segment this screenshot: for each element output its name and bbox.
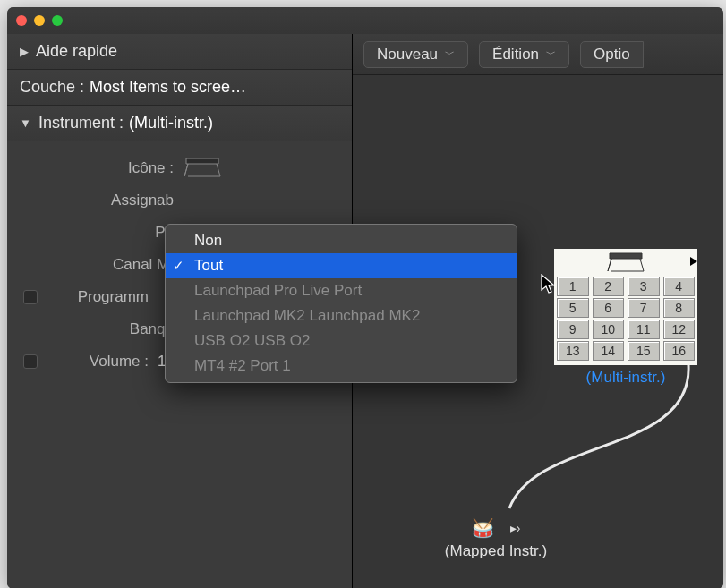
keyboard-icon [183, 155, 222, 183]
instrument-row[interactable]: ▼ Instrument : (Multi-instr.) [7, 106, 352, 141]
disclosure-down-icon: ▼ [20, 116, 31, 130]
layer-value: Most Items to scree… [90, 78, 246, 97]
dropdown-item-non[interactable]: Non [166, 228, 517, 253]
instrument-label: Instrument : [38, 114, 124, 132]
channel-12[interactable]: 12 [663, 320, 696, 339]
channel-1[interactable]: 1 [557, 277, 589, 296]
field-label: Assignab [48, 192, 174, 209]
node-label: (Mapped Instr.) [406, 542, 585, 560]
channel-grid: 1 2 3 4 5 6 7 8 9 10 11 [554, 274, 697, 365]
channel-8[interactable]: 8 [663, 298, 696, 318]
port-dropdown[interactable]: Non ✓ Tout Launchpad Pro Live Port Launc… [165, 224, 517, 383]
button-label: Édition [492, 46, 539, 64]
new-button[interactable]: Nouveau ﹀ [363, 41, 468, 68]
mapped-instrument-node[interactable]: 🥁 ▸› (Mapped Instr.) [406, 517, 585, 560]
assignable-field[interactable]: Assignab [7, 184, 352, 217]
channel-7[interactable]: 7 [628, 298, 660, 318]
cable [483, 356, 715, 535]
channel-6[interactable]: 6 [593, 298, 625, 318]
canvas-toolbar: Nouveau ﹀ Édition ﹀ Optio [353, 34, 723, 75]
patch-icon: ▸› [510, 521, 521, 535]
field-label: Canal MI [48, 256, 174, 274]
field-label: Po [48, 224, 174, 242]
dropdown-item-launchpad-mk2[interactable]: Launchpad MK2 Launchpad MK2 [166, 303, 517, 328]
icon-field[interactable]: Icône : [7, 152, 352, 184]
chevron-down-icon: ﹀ [546, 47, 556, 61]
program-checkbox[interactable] [23, 290, 38, 304]
channel-11[interactable]: 11 [628, 320, 660, 339]
dropdown-item-launchpad-pro[interactable]: Launchpad Pro Live Port [166, 278, 517, 303]
chevron-down-icon: ﹀ [445, 47, 455, 61]
field-label: Volume : [48, 353, 149, 371]
close-icon[interactable] [16, 15, 27, 26]
channel-9[interactable]: 9 [557, 320, 589, 339]
field-label: Icône : [48, 159, 174, 177]
window-controls [16, 15, 63, 26]
drum-icon: 🥁 [472, 517, 494, 539]
edit-button[interactable]: Édition ﹀ [479, 41, 569, 68]
check-icon: ✓ [173, 258, 184, 274]
field-label: Programm [48, 288, 149, 306]
dropdown-item-mt4[interactable]: MT4 #2 Port 1 [166, 354, 517, 379]
keyboard-icon [606, 250, 645, 273]
zoom-icon[interactable] [52, 15, 63, 26]
channel-4[interactable]: 4 [663, 277, 696, 296]
dropdown-item-tout[interactable]: ✓ Tout [166, 253, 517, 278]
instrument-value: (Multi-instr.) [129, 114, 213, 132]
node-header[interactable] [554, 249, 697, 274]
app-window: ▶ Aide rapide Couche : Most Items to scr… [7, 7, 723, 588]
quick-help-label: Aide rapide [36, 42, 117, 61]
layer-row[interactable]: Couche : Most Items to scree… [7, 70, 352, 106]
minimize-icon[interactable] [34, 15, 45, 26]
button-label: Nouveau [377, 46, 438, 64]
volume-checkbox[interactable] [23, 354, 38, 369]
disclosure-right-icon: ▶ [20, 45, 29, 58]
layer-label: Couche : [20, 78, 84, 97]
dropdown-item-usb-o2[interactable]: USB O2 USB O2 [166, 328, 517, 354]
channel-10[interactable]: 10 [593, 320, 625, 339]
channel-5[interactable]: 5 [557, 298, 589, 318]
channel-2[interactable]: 2 [593, 277, 625, 296]
options-button[interactable]: Optio [580, 41, 644, 68]
quick-help-row[interactable]: ▶ Aide rapide [7, 34, 352, 70]
titlebar [7, 7, 723, 34]
channel-3[interactable]: 3 [628, 277, 660, 296]
button-label: Optio [594, 46, 630, 64]
field-label: Banqu [48, 320, 174, 338]
